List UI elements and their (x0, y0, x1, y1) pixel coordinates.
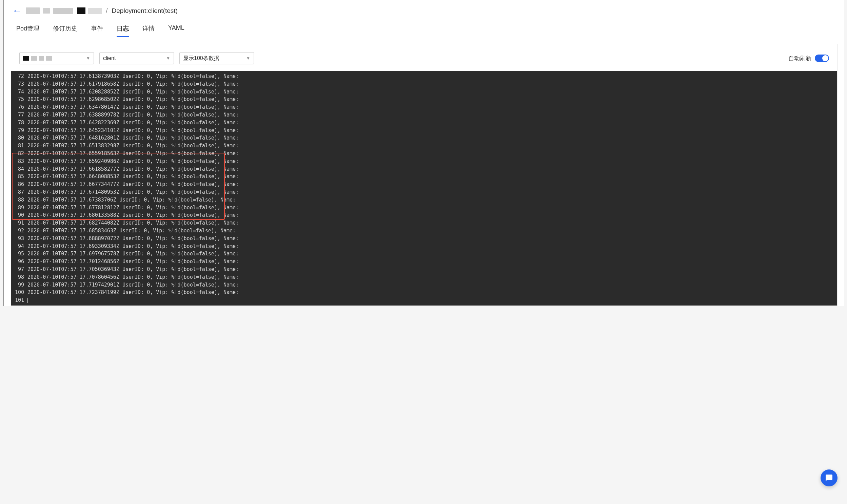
log-line-number: 85 (11, 173, 28, 181)
log-line-text: 2020-07-10T07:57:17.638889978Z UserID: 0… (28, 111, 837, 119)
log-controls: ▼ client ▼ 显示100条数据 ▼ 自动刷新 (11, 52, 837, 71)
log-line-text: 2020-07-10T07:57:17.67383706Z UserID: 0,… (28, 196, 837, 204)
auto-refresh: 自动刷新 (788, 55, 829, 62)
log-line-text: 2020-07-10T07:57:17.617918658Z UserID: 0… (28, 80, 837, 88)
log-line-text: 2020-07-10T07:57:17.648162801Z UserID: 0… (28, 134, 837, 142)
log-line: 862020-07-10T07:57:17.667734477Z UserID:… (11, 181, 837, 188)
log-line: 972020-07-10T07:57:17.705036943Z UserID:… (11, 266, 837, 273)
log-line: 1002020-07-10T07:57:17.723784199Z UserID… (11, 289, 837, 296)
log-line-text: 2020-07-10T07:57:17.682744082Z UserID: 0… (28, 219, 837, 227)
tab-3[interactable]: 日志 (117, 22, 129, 37)
tabs: Pod管理修订历史事件日志详情YAML (4, 19, 844, 37)
log-line-text: 2020-07-10T07:57:17.68583463Z UserID: 0,… (28, 227, 837, 235)
chevron-down-icon: ▼ (246, 56, 250, 61)
pod-select[interactable]: ▼ (19, 52, 94, 64)
log-line: 832020-07-10T07:57:17.659240986Z UserID:… (11, 158, 837, 165)
log-line: 932020-07-10T07:57:17.688897072Z UserID:… (11, 235, 837, 242)
log-line: 732020-07-10T07:57:17.617918658Z UserID:… (11, 80, 837, 88)
chevron-down-icon: ▼ (166, 56, 170, 61)
log-line-number: 100 (11, 289, 28, 296)
back-arrow-icon[interactable]: ← (12, 5, 22, 16)
log-line-number: 90 (11, 211, 28, 219)
log-panel: ▼ client ▼ 显示100条数据 ▼ 自动刷新 722020-07-10T… (11, 44, 837, 306)
log-line-number: 77 (11, 111, 28, 119)
log-line-text: 2020-07-10T07:57:17.651383298Z UserID: 0… (28, 142, 837, 150)
breadcrumb-redacted-2 (77, 7, 102, 14)
log-line-number: 92 (11, 227, 28, 235)
tab-1[interactable]: 修订历史 (53, 22, 77, 37)
log-line: 842020-07-10T07:57:17.661858277Z UserID:… (11, 165, 837, 173)
log-line-text: 2020-07-10T07:57:17.645234101Z UserID: 0… (28, 127, 837, 134)
log-line-text: 2020-07-10T07:57:17.677812812Z UserID: 0… (28, 204, 837, 212)
log-line-number: 87 (11, 188, 28, 196)
tab-2[interactable]: 事件 (91, 22, 103, 37)
log-line-number: 76 (11, 103, 28, 111)
log-line-text: 2020-07-10T07:57:17.707860456Z UserID: 0… (28, 273, 837, 281)
log-line-number: 93 (11, 235, 28, 242)
log-line-number: 89 (11, 204, 28, 212)
count-select[interactable]: 显示100条数据 ▼ (179, 52, 254, 64)
log-line-text: 2020-07-10T07:57:17.697967578Z UserID: 0… (28, 250, 837, 258)
log-line-number: 99 (11, 281, 28, 289)
auto-refresh-label: 自动刷新 (788, 55, 811, 62)
log-line-number: 91 (11, 219, 28, 227)
log-line: 872020-07-10T07:57:17.671480953Z UserID:… (11, 188, 837, 196)
log-line: 762020-07-10T07:57:17.634780147Z UserID:… (11, 103, 837, 111)
log-line: 922020-07-10T07:57:17.68583463Z UserID: … (11, 227, 837, 235)
log-line-text: 2020-07-10T07:57:17.701246856Z UserID: 0… (28, 258, 837, 266)
log-line: 952020-07-10T07:57:17.697967578Z UserID:… (11, 250, 837, 258)
log-line-text: 2020-07-10T07:57:17.664808853Z UserID: 0… (28, 173, 837, 181)
log-line-number: 74 (11, 88, 28, 96)
log-line-text: 2020-07-10T07:57:17.680133588Z UserID: 0… (28, 211, 837, 219)
log-line-number: 84 (11, 165, 28, 173)
log-line-number: 95 (11, 250, 28, 258)
log-line-text: 2020-07-10T07:57:17.671480953Z UserID: 0… (28, 188, 837, 196)
count-select-value: 显示100条数据 (183, 55, 219, 62)
auto-refresh-toggle[interactable] (815, 55, 829, 62)
log-line-text: 2020-07-10T07:57:17.655918563Z UserID: 0… (28, 150, 837, 158)
log-line-text: 2020-07-10T07:57:17.661858277Z UserID: 0… (28, 165, 837, 173)
chevron-down-icon: ▼ (86, 56, 90, 61)
log-line-text: 2020-07-10T07:57:17.705036943Z UserID: 0… (28, 266, 837, 273)
log-line-text: 2020-07-10T07:57:17.723784199Z UserID: 0… (28, 289, 837, 296)
log-line: 982020-07-10T07:57:17.707860456Z UserID:… (11, 273, 837, 281)
log-line-number: 98 (11, 273, 28, 281)
log-line-number: 83 (11, 158, 28, 165)
tab-5[interactable]: YAML (168, 22, 185, 37)
log-line: 882020-07-10T07:57:17.67383706Z UserID: … (11, 196, 837, 204)
tab-4[interactable]: 详情 (142, 22, 155, 37)
log-line-number: 82 (11, 150, 28, 158)
log-line: 722020-07-10T07:57:17.613873903Z UserID:… (11, 72, 837, 80)
log-line-number: 94 (11, 242, 28, 250)
log-line-number: 96 (11, 258, 28, 266)
log-line-text: 2020-07-10T07:57:17.693309334Z UserID: 0… (28, 242, 837, 250)
log-line: 742020-07-10T07:57:17.620828852Z UserID:… (11, 88, 837, 96)
log-line-number: 75 (11, 95, 28, 103)
log-line-text: 2020-07-10T07:57:17.620828852Z UserID: 0… (28, 88, 837, 96)
log-line-number: 88 (11, 196, 28, 204)
log-line: 802020-07-10T07:57:17.648162801Z UserID:… (11, 134, 837, 142)
log-viewer[interactable]: 722020-07-10T07:57:17.613873903Z UserID:… (11, 71, 837, 306)
log-line-text: 2020-07-10T07:57:17.719742901Z UserID: 0… (28, 281, 837, 289)
log-line-number: 72 (11, 72, 28, 80)
breadcrumb: ← / Deployment:client(test) (4, 0, 844, 19)
log-line: 782020-07-10T07:57:17.642822369Z UserID:… (11, 119, 837, 127)
container-select[interactable]: client ▼ (99, 52, 174, 64)
log-line: 912020-07-10T07:57:17.682744082Z UserID:… (11, 219, 837, 227)
log-line-number: 97 (11, 266, 28, 273)
log-line: 892020-07-10T07:57:17.677812812Z UserID:… (11, 204, 837, 212)
log-line-text: 2020-07-10T07:57:17.659240986Z UserID: 0… (28, 158, 837, 165)
log-line: 942020-07-10T07:57:17.693309334Z UserID:… (11, 242, 837, 250)
log-line-text: 2020-07-10T07:57:17.688897072Z UserID: 0… (28, 235, 837, 242)
log-cursor-line: 101 (11, 296, 837, 304)
log-line: 812020-07-10T07:57:17.651383298Z UserID:… (11, 142, 837, 150)
breadcrumb-separator: / (106, 7, 108, 15)
log-line: 852020-07-10T07:57:17.664808853Z UserID:… (11, 173, 837, 181)
log-line: 822020-07-10T07:57:17.655918563Z UserID:… (11, 150, 837, 158)
log-line-number: 80 (11, 134, 28, 142)
container-select-value: client (103, 55, 116, 61)
log-line-text: 2020-07-10T07:57:17.634780147Z UserID: 0… (28, 103, 837, 111)
log-line: 772020-07-10T07:57:17.638889978Z UserID:… (11, 111, 837, 119)
log-line-text: 2020-07-10T07:57:17.667734477Z UserID: 0… (28, 181, 837, 188)
tab-0[interactable]: Pod管理 (16, 22, 39, 37)
